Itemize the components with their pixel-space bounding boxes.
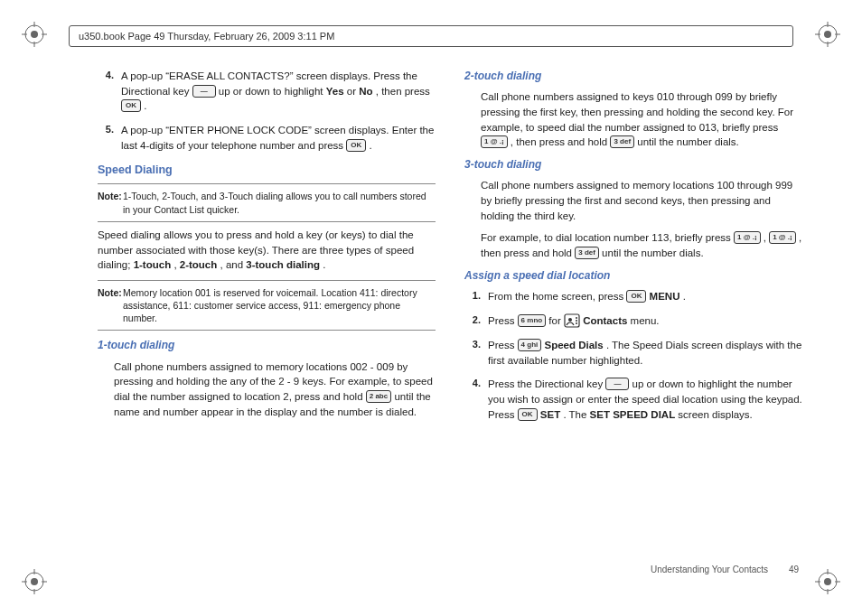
step-number: 4. xyxy=(98,69,121,114)
divider xyxy=(98,221,436,222)
key-3-icon: 3 def xyxy=(575,247,599,259)
ok-key-icon: OK xyxy=(121,99,141,112)
decor-corner-br xyxy=(815,569,840,594)
heading-3-touch: 3-touch dialing xyxy=(464,157,802,173)
paragraph: Call phone numbers assigned to memory lo… xyxy=(114,359,436,420)
key-2-icon: 2 abc xyxy=(366,390,391,403)
directional-key-icon: — xyxy=(605,378,629,390)
text: or xyxy=(347,86,359,97)
ok-key-icon: OK xyxy=(346,139,366,152)
right-column: 2-touch dialing Call phone numbers assig… xyxy=(464,69,802,553)
step-body: Press 6 mno for Contacts menu. xyxy=(488,313,802,329)
text: up or down to highlight xyxy=(219,86,326,97)
text: menu. xyxy=(631,315,660,326)
step-number: 5. xyxy=(98,123,121,153)
text-bold: 3-touch dialing xyxy=(246,259,320,270)
text: until the number dials. xyxy=(637,136,739,147)
list-item: 2. Press 6 mno for Contacts menu. xyxy=(464,313,802,329)
svg-point-13 xyxy=(31,578,38,585)
svg-point-25 xyxy=(568,318,572,322)
text-bold: Speed Dials xyxy=(544,340,603,350)
svg-point-19 xyxy=(824,578,831,585)
step-body: From the home screen, press OK MENU . xyxy=(488,289,802,304)
text: until the number dials. xyxy=(602,247,704,258)
key-4-icon: 4 ghi xyxy=(518,339,542,351)
decor-corner-tr xyxy=(815,22,840,47)
text: Call phone numbers assigned to keys 010 … xyxy=(481,91,793,132)
page-header-bar: u350.book Page 49 Thursday, February 26,… xyxy=(69,25,793,47)
heading-assign-speed-dial: Assign a speed dial location xyxy=(464,268,802,284)
text-bold: 2-touch xyxy=(180,259,218,270)
divider xyxy=(98,280,436,281)
heading-1-touch: 1-touch dialing xyxy=(98,338,436,353)
page-footer: Understanding Your Contacts 49 xyxy=(651,565,799,574)
text: for xyxy=(548,315,564,326)
paragraph: For example, to dial location number 113… xyxy=(481,230,802,260)
heading-2-touch: 2-touch dialing xyxy=(464,69,802,84)
divider xyxy=(98,183,436,184)
text: screen displays. xyxy=(678,409,752,420)
note: Note: 1-Touch, 2-Touch, and 3-Touch dial… xyxy=(98,190,436,215)
key-1-icon: 1 @ .¡ xyxy=(481,135,508,148)
left-column: 4. A pop-up “ERASE ALL CONTACTS?” screen… xyxy=(98,69,436,553)
note-body: 1-Touch, 2-Touch, and 3-Touch dialing al… xyxy=(123,190,436,215)
text: Press xyxy=(488,340,518,350)
step-body: A pop-up “ENTER PHONE LOCK CODE” screen … xyxy=(121,123,436,153)
list-item: 5. A pop-up “ENTER PHONE LOCK CODE” scre… xyxy=(98,123,436,153)
text-bold: SET SPEED DIAL xyxy=(590,409,676,420)
note: Note: Memory location 001 is reserved fo… xyxy=(98,286,436,325)
footer-section: Understanding Your Contacts xyxy=(651,565,768,574)
text: . The xyxy=(563,409,589,420)
text: Press the Directional key xyxy=(488,378,605,389)
svg-point-26 xyxy=(576,317,577,319)
text: , then press xyxy=(376,86,430,97)
note-body: Memory location 001 is reserved for voic… xyxy=(123,286,436,325)
content-columns: 4. A pop-up “ERASE ALL CONTACTS?” screen… xyxy=(98,69,802,553)
text: . xyxy=(370,140,372,151)
paragraph: Call phone numbers assigned to keys 010 … xyxy=(481,89,802,150)
text: From the home screen, press xyxy=(488,291,626,302)
key-1-icon: 1 @ .¡ xyxy=(769,231,796,244)
option-yes: Yes xyxy=(326,86,344,97)
text: . xyxy=(683,291,686,302)
text: For example, to dial location number 113… xyxy=(481,232,734,243)
text: Press xyxy=(488,315,518,326)
list-item: 1. From the home screen, press OK MENU . xyxy=(464,289,802,304)
text: . xyxy=(323,259,325,270)
step-number: 2. xyxy=(464,313,488,329)
step-body: A pop-up “ERASE ALL CONTACTS?” screen di… xyxy=(121,69,436,114)
list-item: 4. A pop-up “ERASE ALL CONTACTS?” screen… xyxy=(98,69,436,114)
text-bold: MENU xyxy=(650,291,680,302)
decor-corner-tl xyxy=(22,22,47,47)
svg-point-28 xyxy=(576,322,577,324)
text-bold: SET xyxy=(540,409,560,420)
svg-point-7 xyxy=(824,31,831,38)
text: A pop-up “ENTER PHONE LOCK CODE” screen … xyxy=(121,125,434,151)
step-number: 1. xyxy=(464,289,488,304)
note-label: Note: xyxy=(98,190,123,215)
text-bold: Contacts xyxy=(583,315,627,326)
text: , then press and hold xyxy=(511,136,611,147)
directional-key-icon: — xyxy=(192,85,216,98)
page-header-text: u350.book Page 49 Thursday, February 26,… xyxy=(79,31,334,42)
step-number: 4. xyxy=(464,377,488,422)
heading-speed-dialing: Speed Dialing xyxy=(98,162,436,178)
text: Call phone numbers assigned to memory lo… xyxy=(481,180,792,220)
step-body: Press the Directional key — up or down t… xyxy=(488,377,802,422)
page-number: 49 xyxy=(789,565,799,574)
key-3-icon: 3 def xyxy=(610,135,634,148)
paragraph: Speed dialing allows you to press and ho… xyxy=(98,228,436,273)
note-label: Note: xyxy=(98,286,123,325)
step-number: 3. xyxy=(464,338,488,368)
step-body: Press 4 ghi Speed Dials . The Speed Dial… xyxy=(488,338,802,368)
svg-point-27 xyxy=(576,320,577,322)
text: , and xyxy=(220,259,247,270)
option-no: No xyxy=(359,86,372,97)
paragraph: Call phone numbers assigned to memory lo… xyxy=(481,178,802,223)
decor-corner-bl xyxy=(22,569,47,594)
list-item: 3. Press 4 ghi Speed Dials . The Speed D… xyxy=(464,338,802,368)
text: . xyxy=(144,100,146,111)
divider xyxy=(98,330,436,331)
text-bold: 1-touch xyxy=(134,259,172,270)
ok-key-icon: OK xyxy=(518,408,538,421)
